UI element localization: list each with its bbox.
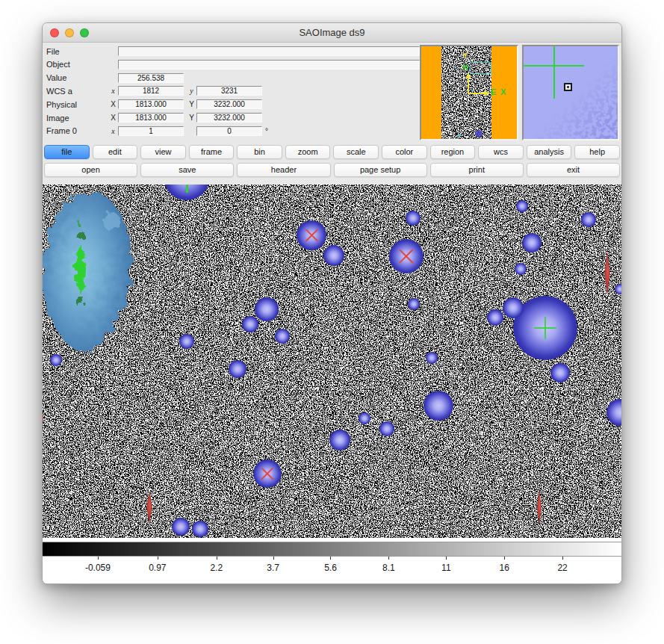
filemenu-open[interactable]: open (44, 163, 137, 177)
info-grid: FileObjectValue256.538WCS ax1812y3231Phy… (46, 45, 420, 141)
compass-label-x: X (500, 88, 506, 96)
coord-field-1[interactable]: 1813.000 (118, 113, 184, 123)
panner-viewbox[interactable] (470, 62, 491, 74)
menu-scale[interactable]: scale (333, 145, 379, 159)
red-x-marker (303, 227, 320, 244)
coord-sub-1: X (108, 100, 118, 108)
menu-frame[interactable]: frame (189, 145, 235, 159)
colorbar-tick-label: 16 (500, 563, 509, 573)
minimize-button[interactable] (65, 28, 74, 37)
info-row-file: File (46, 46, 420, 56)
colorbar-tick-label: 5.6 (324, 563, 337, 573)
magnifier[interactable] (522, 45, 619, 140)
info-row-frame-0: Frame 0x10° (46, 126, 420, 136)
coord-field-2[interactable]: 3232.000 (196, 99, 262, 109)
star (242, 316, 258, 332)
coord-sub-1: x (108, 127, 118, 135)
colorbar-tick-label: 0.97 (149, 563, 166, 573)
close-button[interactable] (50, 28, 59, 37)
colorbar-gradient[interactable] (43, 542, 621, 557)
filemenu-page-setup[interactable]: page setup (334, 163, 427, 177)
compass-east-arrowhead (484, 90, 490, 96)
colorbar-tick (504, 557, 505, 560)
filemenu-exit[interactable]: exit (527, 163, 620, 177)
compass-y-axis (468, 78, 469, 94)
coord-field-2[interactable]: 0 (196, 126, 262, 136)
info-row-image: ImageX1813.000Y3232.000 (46, 113, 420, 123)
filemenu-print[interactable]: print (430, 163, 524, 177)
zoom-window-button[interactable] (80, 28, 89, 37)
info-row-object: Object (46, 60, 420, 69)
previews: Y N E X (420, 45, 619, 141)
colorbar-tick (273, 557, 274, 560)
menu-region[interactable]: region (430, 145, 476, 159)
coord-sub-2: y (187, 87, 196, 95)
red-x-marker (259, 465, 276, 482)
colorbar-tick (562, 557, 563, 560)
menu-file[interactable]: file (44, 145, 90, 159)
colorbar-tick (217, 557, 217, 560)
star (275, 329, 289, 343)
menu-help[interactable]: help (574, 145, 620, 159)
filemenu-header[interactable]: header (237, 163, 330, 177)
colorbar-tick-label: 3.7 (267, 563, 279, 573)
star (581, 212, 595, 226)
compass-label-n: N (462, 64, 468, 72)
menu-zoom[interactable]: zoom (285, 145, 331, 159)
menu-bin[interactable]: bin (237, 145, 282, 159)
colorbar-panel: -0.0590.972.23.75.68.1111622 (43, 538, 621, 584)
colorbar-tick (388, 557, 389, 560)
coord-field-2[interactable]: 3231 (196, 86, 262, 96)
menu-color[interactable]: color (382, 145, 427, 159)
star (255, 297, 278, 321)
compass-label-e: E (491, 88, 496, 96)
magnifier-cursor-box (564, 83, 572, 91)
green-plus-marker (534, 317, 556, 339)
colorbar-tick-label: -0.059 (85, 563, 111, 573)
coord-field-1[interactable]: 1 (118, 126, 184, 136)
colorbar-ticks: -0.0590.972.23.75.68.1111622 (43, 557, 621, 584)
coord-field-1[interactable]: 1813.000 (118, 99, 184, 109)
coord-field-1[interactable]: 1812 (118, 86, 184, 96)
magnifier-pixels (524, 46, 618, 139)
star (379, 421, 394, 436)
object-field[interactable] (118, 60, 420, 69)
star (229, 360, 246, 378)
info-label: Value (46, 73, 108, 82)
colorbar-tick-label: 2.2 (210, 563, 223, 573)
colorbar-tick (446, 557, 447, 560)
ds9-window: SAOImage ds9 FileObjectValue256.538WCS a… (42, 22, 622, 584)
file-field[interactable] (118, 46, 420, 56)
star (179, 334, 193, 348)
star (192, 521, 208, 537)
menu-view[interactable]: view (140, 145, 186, 159)
info-label: Physical (46, 100, 108, 109)
info-label: WCS a (46, 87, 108, 96)
info-label: Frame 0 (46, 126, 108, 135)
degree-suffix: ° (265, 127, 268, 135)
red-x-marker (397, 247, 416, 266)
traffic-lights (50, 28, 89, 37)
menu-analysis[interactable]: analysis (527, 145, 572, 159)
coord-field-2[interactable]: 3232.000 (196, 113, 262, 123)
value-field[interactable]: 256.538 (118, 73, 184, 83)
star (172, 518, 190, 536)
colorbar-tick (330, 557, 331, 560)
titlebar: SAOImage ds9 (43, 23, 621, 43)
colorbar-tick-label: 11 (441, 563, 450, 573)
filemenu-save[interactable]: save (140, 163, 234, 177)
compass-x-axis (468, 93, 485, 94)
info-label: Object (46, 60, 108, 69)
magnifier-crosshair-v (553, 46, 555, 99)
info-label: File (46, 47, 108, 56)
menu-wcs[interactable]: wcs (478, 145, 524, 159)
star (487, 309, 503, 326)
info-label: Image (46, 114, 108, 123)
panner[interactable]: Y N E X (420, 45, 518, 140)
colorbar-tick-label: 8.1 (382, 563, 395, 573)
menu-edit[interactable]: edit (93, 145, 138, 159)
coord-sub-2: Y (187, 114, 196, 122)
info-row-value: Value256.538 (46, 73, 420, 83)
image-canvas[interactable] (43, 185, 621, 538)
window-title: SAOImage ds9 (43, 27, 621, 38)
